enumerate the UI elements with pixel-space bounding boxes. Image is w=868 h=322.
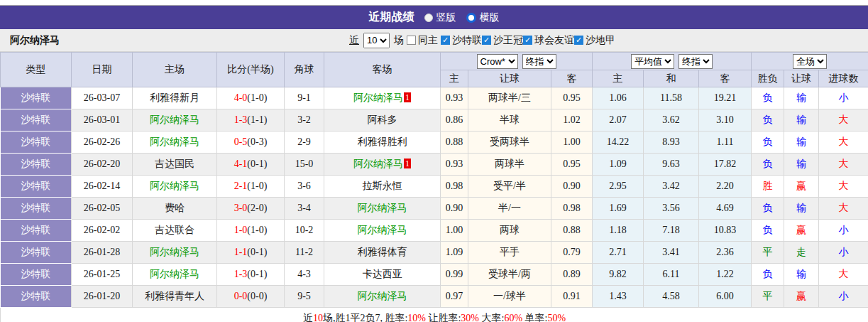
handicap-cell: 平手 bbox=[468, 242, 551, 264]
checkbox-checked-icon[interactable]: ✓ bbox=[482, 36, 491, 45]
goals-result-cell: 大 bbox=[819, 176, 868, 198]
checkbox-checked-icon[interactable]: ✓ bbox=[523, 36, 532, 45]
corner-cell: 11-2 bbox=[285, 242, 324, 264]
result-row: 沙特联26-02-20吉达国民4-1(0-1)15-0阿尔纳泽马10.93两球半… bbox=[1, 154, 868, 176]
league-cell: 沙特联 bbox=[1, 220, 72, 242]
odds-company-select[interactable]: Crow* bbox=[477, 54, 518, 69]
away-team-name[interactable]: 阿尔纳泽马 bbox=[358, 225, 407, 235]
league-cell: 沙特联 bbox=[1, 242, 72, 264]
avg-away-cell: 1.11 bbox=[699, 132, 752, 154]
home-team-cell: 吉达国民 bbox=[133, 154, 217, 176]
home-team-name[interactable]: 阿尔纳泽马 bbox=[150, 247, 199, 257]
away-team-name[interactable]: 利雅得体育 bbox=[358, 247, 407, 257]
odds-home-cell: 0.99 bbox=[441, 264, 468, 286]
radio-checked-icon[interactable] bbox=[466, 13, 476, 23]
col-home: 主场 bbox=[133, 53, 217, 87]
avg-draw-cell: 9.63 bbox=[644, 154, 699, 176]
sub-handicap-result: 让球 bbox=[784, 70, 819, 87]
home-team-cell: 阿尔纳泽马 bbox=[133, 176, 217, 198]
odds-away-cell: 0.89 bbox=[551, 264, 593, 286]
home-team-name[interactable]: 吉达联合 bbox=[155, 225, 194, 235]
summary-red-value: 10% bbox=[407, 313, 426, 322]
league-checkbox[interactable]: ✓沙地甲 bbox=[574, 34, 615, 47]
avg-draw-cell: 3.42 bbox=[644, 176, 699, 198]
avg-draw-cell: 3.62 bbox=[644, 109, 699, 132]
avg-select[interactable]: 平均值 bbox=[631, 54, 674, 69]
home-team-name[interactable]: 利雅得新月 bbox=[150, 92, 199, 103]
league-cell: 沙特联 bbox=[1, 154, 72, 176]
league-checkboxes: ✓沙特联✓沙王冠✓球会友谊✓沙地甲 bbox=[441, 34, 615, 47]
col-away: 客场 bbox=[324, 53, 441, 87]
summary-label: 大率: bbox=[479, 313, 504, 322]
home-team-name[interactable]: 阿尔纳泽马 bbox=[150, 181, 199, 191]
handicap-cell: 半球 bbox=[468, 109, 551, 132]
home-team-name[interactable]: 费哈 bbox=[165, 203, 185, 213]
corner-cell: 2-9 bbox=[285, 132, 324, 154]
radio-unchecked-icon[interactable] bbox=[424, 14, 433, 22]
odds-away-cell: 0.79 bbox=[551, 242, 593, 264]
odds-home-cell: 0.98 bbox=[441, 176, 468, 198]
checkbox-unchecked-icon[interactable] bbox=[407, 36, 416, 45]
away-team-cell: 阿尔纳泽马1 bbox=[324, 154, 441, 176]
home-team-cell: 利雅得青年人 bbox=[133, 286, 217, 308]
halftime-score: (0-1) bbox=[247, 269, 267, 279]
away-team-name[interactable]: 阿尔纳泽马 bbox=[353, 159, 403, 169]
handicap-result-cell: 输 bbox=[784, 264, 819, 286]
fulltime-score: 4-1 bbox=[234, 159, 248, 169]
avg-away-cell: 6.00 bbox=[699, 286, 752, 308]
checkbox-checked-icon[interactable]: ✓ bbox=[574, 36, 583, 45]
match-count-select[interactable]: 10 bbox=[363, 33, 390, 48]
home-team-name[interactable]: 阿尔纳泽马 bbox=[150, 269, 199, 279]
away-team-name[interactable]: 拉斯永恒 bbox=[363, 181, 402, 191]
home-team-name[interactable]: 吉达国民 bbox=[155, 159, 194, 169]
layout-radio-horizontal[interactable]: 横版 bbox=[466, 11, 500, 24]
avg-draw-cell: 3.41 bbox=[644, 242, 699, 264]
fulltime-score: 0-0 bbox=[234, 291, 248, 301]
odds-time-select[interactable]: 终指 bbox=[522, 54, 556, 69]
col-corner: 角球 bbox=[285, 53, 324, 87]
league-checkbox[interactable]: ✓沙特联 bbox=[441, 34, 482, 47]
scope-select[interactable]: 全场 bbox=[793, 54, 827, 69]
halftime-score: (0-3) bbox=[247, 136, 267, 147]
away-team-cell: 拉斯永恒 bbox=[324, 176, 441, 198]
halftime-score: (0-0) bbox=[247, 291, 267, 301]
league-cell: 沙特联 bbox=[1, 109, 72, 132]
away-team-name[interactable]: 阿尔纳泽马 bbox=[353, 92, 403, 103]
odds-away-cell: 0.98 bbox=[551, 198, 593, 220]
checkbox-checked-icon[interactable]: ✓ bbox=[441, 36, 450, 45]
goals-result-cell: 大 bbox=[819, 264, 868, 286]
home-team-name[interactable]: 阿尔纳泽马 bbox=[150, 114, 199, 125]
avg-time-select[interactable]: 终指 bbox=[679, 54, 713, 69]
same-home-checkbox[interactable]: 同主 bbox=[407, 34, 438, 47]
result-row: 沙特联26-02-02吉达联合1-0(1-0)10-2阿尔纳泽马1.00两球0.… bbox=[1, 220, 868, 242]
avg-draw-cell: 4.58 bbox=[644, 286, 699, 308]
away-team-cell: 卡达西亚 bbox=[324, 264, 441, 286]
summary-label: 场,胜1平2负7, 胜率: bbox=[323, 313, 407, 322]
away-team-name[interactable]: 阿尔纳泽马 bbox=[358, 291, 407, 301]
away-team-name[interactable]: 阿尔纳泽马 bbox=[358, 203, 407, 213]
sub-odds-home: 主 bbox=[441, 70, 468, 87]
outcome-cell: 负 bbox=[752, 220, 784, 242]
avg-away-cell: 4.69 bbox=[699, 198, 752, 220]
corner-cell: 10-2 bbox=[285, 220, 324, 242]
away-team-name[interactable]: 利雅得胜利 bbox=[358, 136, 407, 147]
halftime-score: (1-0) bbox=[247, 225, 267, 235]
handicap-result-cell: 赢 bbox=[784, 176, 819, 198]
away-team-cell: 利雅得体育 bbox=[324, 242, 441, 264]
away-team-name[interactable]: 卡达西亚 bbox=[363, 269, 402, 279]
handicap-cell: 半/一 bbox=[468, 198, 551, 220]
handicap-cell: 受两球半 bbox=[468, 132, 551, 154]
outcome-cell: 负 bbox=[752, 132, 784, 154]
layout-radio-vertical[interactable]: 竖版 bbox=[424, 11, 456, 24]
near-link[interactable]: 近 bbox=[349, 34, 359, 47]
result-row: 沙特联26-03-01阿尔纳泽马1-3(1-1)3-2阿科多0.86半球1.02… bbox=[1, 109, 868, 132]
corner-cell: 3-2 bbox=[285, 109, 324, 132]
home-team-name[interactable]: 利雅得青年人 bbox=[145, 291, 204, 301]
score-cell: 1-0(1-0) bbox=[217, 220, 285, 242]
home-team-name[interactable]: 阿尔纳泽马 bbox=[150, 136, 199, 147]
handicap-result-cell: 输 bbox=[784, 198, 819, 220]
away-team-name[interactable]: 阿科多 bbox=[368, 114, 397, 125]
league-checkbox[interactable]: ✓沙王冠 bbox=[482, 34, 523, 47]
league-checkbox[interactable]: ✓球会友谊 bbox=[523, 34, 574, 47]
outcome-cell: 平 bbox=[752, 286, 784, 308]
